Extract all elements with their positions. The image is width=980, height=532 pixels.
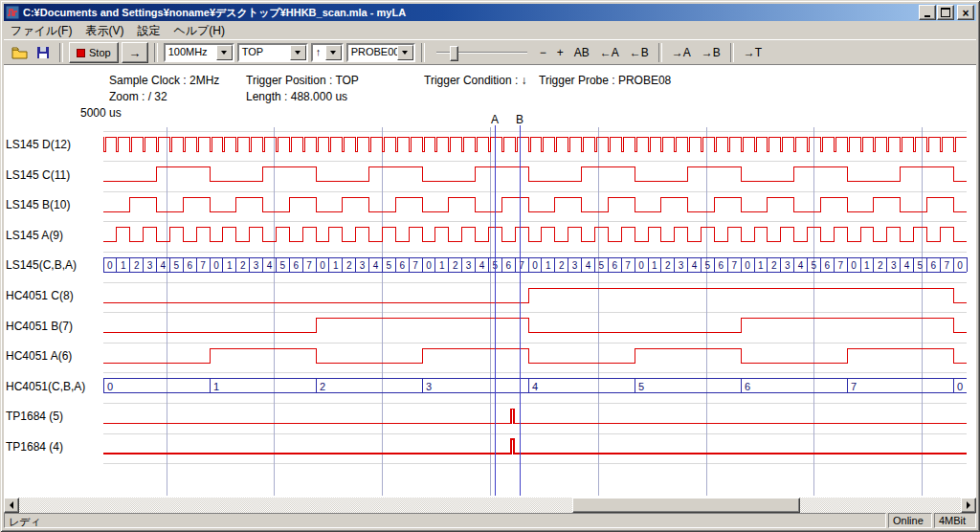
cursor-a-label: A [489, 113, 501, 126]
toolbar-separator [658, 43, 662, 62]
open-button[interactable] [9, 43, 30, 62]
maximize-icon [941, 8, 950, 17]
horizontal-scrollbar[interactable] [4, 498, 976, 513]
scroll-right-button[interactable] [961, 498, 976, 513]
status-ready: レディ [4, 513, 886, 528]
toolbar-separator [154, 43, 158, 62]
info-trigger-probe: Trigger Probe : PROBE08 [539, 74, 671, 87]
scroll-left-button[interactable] [4, 498, 19, 513]
minimize-icon [924, 15, 930, 17]
run-arrow-icon: → [128, 46, 141, 60]
waveform-client-area[interactable] [4, 64, 976, 498]
goto-cursor-b-button[interactable]: ←B [626, 45, 653, 60]
toolbar-separator [59, 43, 63, 62]
dropdown-button[interactable] [397, 45, 413, 60]
trigger-probe-select[interactable]: PROBE00 [346, 43, 415, 62]
dropdown-button[interactable] [216, 45, 233, 60]
toolbar-separator [730, 43, 734, 62]
run-button[interactable]: → [122, 42, 148, 63]
trigger-position-value: TOP [239, 45, 290, 60]
toolbar: Stop → 100MHz TOP ↑ PROBE00 − + AB ←A ←B… [4, 39, 976, 65]
cursor-ab-button[interactable]: AB [570, 45, 593, 60]
goto-trigger-button[interactable]: →T [740, 45, 766, 60]
chevron-down-icon [221, 51, 227, 55]
close-icon [962, 4, 969, 21]
trigger-edge-select[interactable]: ↑ [311, 43, 344, 62]
set-cursor-a-button[interactable]: →A [668, 45, 695, 60]
info-sample-clock: Sample Clock : 2MHz [109, 74, 219, 87]
open-folder-icon [11, 46, 28, 59]
cursor-b-label: B [514, 113, 525, 126]
sample-clock-select[interactable]: 100MHz [164, 43, 234, 62]
menu-file[interactable]: ファイル(F) [4, 22, 78, 40]
menu-help[interactable]: ヘルプ(H) [167, 22, 232, 40]
arrow-right-icon [967, 501, 970, 509]
zoom-in-button[interactable]: + [553, 45, 568, 60]
scrollbar-thumb[interactable] [572, 498, 800, 513]
menu-settings[interactable]: 設定 [130, 22, 167, 40]
dropdown-button[interactable] [325, 45, 342, 60]
status-memory: 4MBit [934, 513, 976, 528]
zoom-slider-thumb[interactable] [450, 46, 458, 61]
status-online: Online [888, 513, 932, 528]
title-bar: C:¥Documents and Settings¥noname¥デスクトップ¥… [4, 4, 976, 21]
arrow-left-icon [10, 501, 13, 509]
stop-label: Stop [89, 47, 111, 58]
info-trigger-condition: Trigger Condition : ↓ [424, 74, 527, 87]
chevron-down-icon [295, 51, 301, 55]
close-button[interactable] [957, 5, 974, 20]
trigger-position-select[interactable]: TOP [237, 43, 308, 62]
set-cursor-b-button[interactable]: →B [698, 45, 724, 60]
maximize-button[interactable] [937, 5, 954, 20]
trigger-probe-value: PROBE00 [348, 45, 397, 60]
info-length: Length : 488.000 us [246, 90, 347, 103]
minimize-button[interactable] [919, 5, 936, 20]
zoom-out-button[interactable]: − [536, 45, 550, 60]
toolbar-separator [421, 43, 425, 62]
dropdown-button[interactable] [290, 45, 306, 60]
info-trigger-position: Trigger Position : TOP [246, 74, 359, 87]
chevron-down-icon [330, 51, 336, 55]
sample-clock-value: 100MHz [166, 45, 216, 60]
menu-bar: ファイル(F) 表示(V) 設定 ヘルプ(H) [4, 22, 976, 39]
save-floppy-icon [36, 46, 50, 59]
stop-button[interactable]: Stop [69, 42, 119, 63]
trigger-edge-value: ↑ [313, 45, 325, 60]
window-title: C:¥Documents and Settings¥noname¥デスクトップ¥… [23, 6, 918, 20]
save-button[interactable] [33, 43, 54, 62]
status-bar: レディ Online 4MBit [4, 513, 976, 528]
menu-view[interactable]: 表示(V) [78, 22, 130, 40]
app-icon [6, 6, 19, 19]
info-zoom: Zoom : / 32 [109, 90, 167, 103]
chevron-down-icon [402, 51, 408, 55]
goto-cursor-a-button[interactable]: ←A [596, 45, 623, 60]
time-scale-label: 5000 us [80, 106, 122, 120]
zoom-slider[interactable] [436, 44, 527, 61]
stop-icon [77, 49, 85, 57]
